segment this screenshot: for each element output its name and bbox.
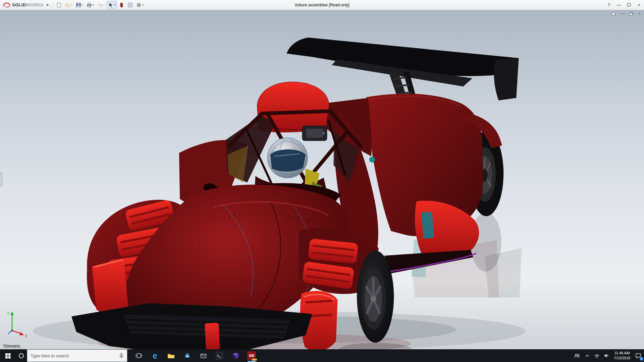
gear-icon xyxy=(136,2,142,8)
solidworks-logo: SOLIDWORKS xyxy=(3,2,44,8)
print-button[interactable]: ▾ xyxy=(85,1,95,9)
wifi-icon xyxy=(594,354,599,358)
print-caret[interactable]: ▾ xyxy=(93,3,94,6)
store-button[interactable] xyxy=(179,349,195,362)
taskbar-search[interactable] xyxy=(27,349,127,362)
driver-helmet[interactable] xyxy=(267,138,308,178)
doc-minimize-button[interactable]: — xyxy=(621,11,625,16)
orientation-triad[interactable]: Y X xyxy=(5,309,29,338)
notification-badge: 4 xyxy=(640,357,643,361)
maximize-button[interactable] xyxy=(624,0,634,10)
appearance-button[interactable] xyxy=(117,1,125,9)
cascade-windows-icon[interactable] xyxy=(611,11,616,16)
panel-collapse-handle[interactable] xyxy=(0,172,2,186)
open-folder-icon xyxy=(65,2,70,8)
toolbar-flyout-arrow[interactable]: ▶ xyxy=(45,2,51,8)
tray-overflow-button[interactable] xyxy=(583,349,592,362)
y-axis-label: Y xyxy=(7,312,10,316)
save-caret[interactable]: ▾ xyxy=(82,3,83,6)
taskbar: e xyxy=(0,349,644,362)
solidworks-taskbar-button[interactable]: SW 2017 xyxy=(244,349,260,362)
clock-time: 11:46 AM xyxy=(614,351,630,356)
mail-icon xyxy=(200,353,207,359)
design-table-button[interactable] xyxy=(126,1,134,9)
document-window-controls: — × xyxy=(611,11,641,16)
people-button[interactable] xyxy=(572,349,583,362)
store-icon xyxy=(184,353,191,359)
y-axis-arrow[interactable] xyxy=(10,311,14,315)
solidworks-logo-icon xyxy=(3,2,11,8)
edge-icon: e xyxy=(153,352,157,360)
doc-close-button[interactable]: × xyxy=(638,11,641,16)
file-explorer-icon xyxy=(167,353,175,359)
car-3d-model[interactable] xyxy=(0,10,644,349)
search-input[interactable] xyxy=(31,353,116,358)
help-button[interactable]: ? xyxy=(604,0,614,10)
open-caret[interactable]: ▾ xyxy=(71,3,72,6)
appearance-icon xyxy=(119,2,124,8)
new-document-button[interactable] xyxy=(55,1,63,9)
chevron-up-icon xyxy=(585,354,590,357)
solidworks-app-icon: SW 2017 xyxy=(247,351,256,360)
design-table-icon xyxy=(127,2,133,8)
separator xyxy=(53,2,53,8)
window-title: Voiture assemblee [Read-only] xyxy=(294,3,349,7)
3d-viewer-button[interactable] xyxy=(227,349,244,362)
windows-start-icon xyxy=(5,353,11,359)
terminal-icon xyxy=(216,352,223,360)
edge-button[interactable]: e xyxy=(147,349,163,362)
mail-button[interactable] xyxy=(195,349,211,362)
select-tool-button[interactable]: ▾ xyxy=(107,1,117,9)
x-axis-label: X xyxy=(25,334,28,338)
print-icon xyxy=(87,2,92,8)
task-view-icon xyxy=(136,353,142,359)
select-caret[interactable]: ▾ xyxy=(114,3,115,6)
new-document-icon xyxy=(56,2,62,8)
open-button[interactable]: ▾ xyxy=(64,1,74,9)
cortana-circle-icon xyxy=(19,353,24,358)
undo-button[interactable]: ▾ xyxy=(96,1,106,9)
taskbar-apps: e xyxy=(131,349,260,362)
x-axis-arrow[interactable] xyxy=(19,332,24,336)
brand-text: SOLIDWORKS xyxy=(12,2,44,7)
options-caret[interactable]: ▾ xyxy=(142,3,144,6)
3d-cube-icon xyxy=(232,352,239,360)
task-view-button[interactable] xyxy=(131,349,147,362)
save-icon xyxy=(76,2,81,8)
undo-icon xyxy=(97,2,103,8)
taskbar-clock[interactable]: 11:46 AM 7/13/2018 xyxy=(611,349,633,362)
system-tray: 11:46 AM 7/13/2018 4 xyxy=(572,349,644,362)
view-orientation-label: *Dimetric xyxy=(3,344,20,349)
terminal-button[interactable] xyxy=(211,349,227,362)
minimize-button[interactable]: — xyxy=(614,0,624,10)
file-explorer-button[interactable] xyxy=(163,349,179,362)
network-button[interactable] xyxy=(592,349,602,362)
undo-caret[interactable]: ▾ xyxy=(103,3,105,6)
clock-date: 7/13/2018 xyxy=(614,356,630,361)
start-button[interactable] xyxy=(0,349,15,362)
speaker-icon xyxy=(604,353,609,358)
microphone-icon[interactable] xyxy=(119,353,124,359)
people-icon xyxy=(574,353,580,358)
doc-restore-icon[interactable] xyxy=(629,12,634,16)
cortana-button[interactable] xyxy=(15,349,27,362)
select-cursor-icon xyxy=(108,2,113,8)
save-button[interactable]: ▾ xyxy=(74,1,85,9)
camera-pod[interactable] xyxy=(302,126,327,141)
graphics-area[interactable]: — × Y X *Dimetric xyxy=(0,10,644,349)
options-button[interactable]: ▾ xyxy=(135,1,145,9)
close-button[interactable]: × xyxy=(634,0,644,10)
titlebar: SOLIDWORKS ▶ ▾ ▾ ▾ ▾ xyxy=(0,0,644,10)
volume-button[interactable] xyxy=(602,349,611,362)
maximize-icon xyxy=(627,3,631,6)
action-center-button[interactable]: 4 xyxy=(633,349,644,362)
front-wheel[interactable] xyxy=(357,251,394,343)
